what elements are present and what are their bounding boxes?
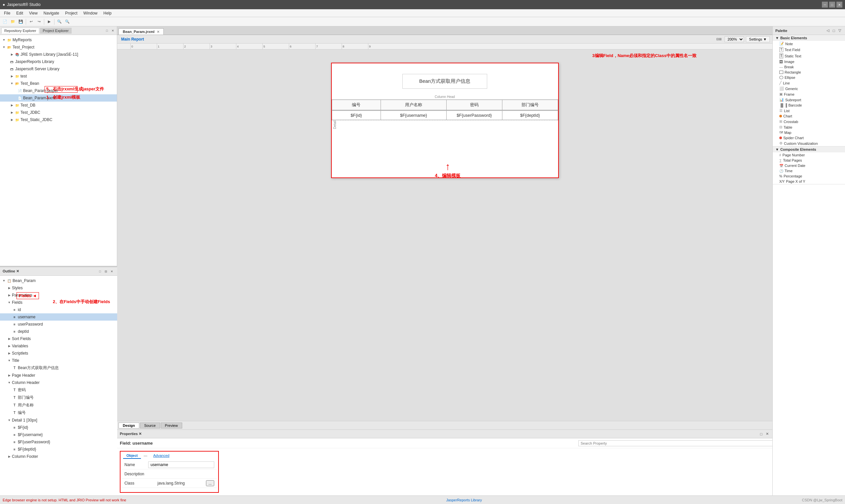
props-minimize-btn[interactable]: □ — [758, 431, 764, 437]
outline-field-userpassword[interactable]: ≡ userPassword — [0, 321, 117, 328]
props-tab-advanced[interactable]: Advanced — [150, 453, 173, 459]
zoom-select[interactable]: 200% 150% 100% — [724, 36, 744, 42]
palette-text-field[interactable]: T Text Field — [773, 47, 845, 53]
menu-file[interactable]: File — [1, 10, 13, 16]
menu-project[interactable]: Project — [63, 10, 80, 16]
palette-subreport[interactable]: 📊 Subreport — [773, 97, 845, 103]
toolbar-zoom-out[interactable]: 🔍 — [64, 18, 71, 25]
palette-break[interactable]: — Break — [773, 64, 845, 70]
outline-field-id[interactable]: ≡ id — [0, 306, 117, 313]
tree-test-static-jdbc[interactable]: ▶ 📁 Test_Static_JDBC — [0, 116, 117, 123]
tree-bean-param-jrxml[interactable]: 📄 Bean_Param.jrxml — [0, 94, 117, 102]
outline-fields[interactable]: ▼ Fields — [0, 299, 117, 306]
tab-repository-explorer[interactable]: Repository Explorer — [1, 28, 39, 34]
palette-table[interactable]: ⊟ Table — [773, 124, 845, 130]
palette-spider-chart[interactable]: Spider Chart — [773, 135, 845, 141]
toggle-jre[interactable]: ▶ — [9, 52, 15, 57]
menu-view[interactable]: View — [27, 10, 40, 16]
tree-jre[interactable]: ▶ 📚 JRE System Library [JavaSE-11] — [0, 51, 117, 58]
toolbar-zoom-in[interactable]: 🔍 — [56, 18, 63, 25]
toggle-test[interactable]: ▶ — [9, 74, 15, 79]
outline-detail-password[interactable]: ≡ $F{userPassword} — [0, 438, 117, 446]
palette-page-number[interactable]: # Page Number — [773, 152, 845, 158]
outline-parameters[interactable]: ▶ Parameters — [0, 292, 117, 299]
toolbar-open[interactable]: 📁 — [9, 18, 17, 25]
outline-column-footer[interactable]: ▶ Column Footer — [0, 453, 117, 460]
design-tab-source[interactable]: Source — [140, 422, 160, 429]
minimize-button[interactable]: ─ — [822, 2, 828, 7]
tree-test[interactable]: ▶ 📁 test — [0, 73, 117, 80]
outline-title[interactable]: ▼ Title — [0, 357, 117, 364]
palette-layout-btn[interactable]: □ — [831, 28, 837, 33]
outline-minimize-btn[interactable]: □ — [98, 269, 103, 274]
props-close-btn[interactable]: ✕ — [764, 431, 770, 437]
close-button[interactable]: ✕ — [837, 2, 842, 7]
outline-detail-username[interactable]: ≡ $F{username} — [0, 431, 117, 438]
outline-variables[interactable]: ▶ Variables — [0, 342, 117, 349]
toolbar-run[interactable]: ▶ — [46, 18, 53, 25]
palette-static-text[interactable]: T Static Text — [773, 53, 845, 59]
outline-field-username[interactable]: ≡ username — [0, 313, 117, 321]
palette-current-date[interactable]: 📅 Current Date — [773, 163, 845, 168]
palette-page-x-of-y[interactable]: X/Y Page X of Y — [773, 179, 845, 184]
class-browse-btn[interactable]: ... — [206, 480, 214, 486]
editor-tab-close-btn[interactable]: ✕ — [157, 30, 159, 34]
tree-test-db[interactable]: ▶ 📁 Test_DB — [0, 102, 117, 109]
panel-minimize-btn[interactable]: □ — [104, 28, 110, 33]
tree-myreports[interactable]: ▼ 📁 MyReports — [0, 36, 117, 43]
outline-layout-btn[interactable]: ⊟ — [103, 269, 109, 274]
menu-edit[interactable]: Edit — [14, 10, 26, 16]
outline-page-header[interactable]: ▶ Page Header — [0, 372, 117, 379]
zoom-controls-btn[interactable]: ⊟⊞ — [715, 36, 723, 43]
palette-time[interactable]: 🕐 Time — [773, 168, 845, 174]
settings-button[interactable]: Settings ▼ — [746, 36, 770, 42]
palette-rectangle[interactable]: Rectangle — [773, 70, 845, 75]
palette-ellipse[interactable]: Ellipse — [773, 75, 845, 80]
palette-crosstab[interactable]: ⊞ Crosstab — [773, 119, 845, 124]
palette-image[interactable]: 🖼 Image — [773, 59, 845, 64]
menu-navigate[interactable]: Navigate — [41, 10, 62, 16]
tree-bean-param-jasper[interactable]: 📄 Bean_Param.jasper — [0, 87, 117, 94]
outline-field-deptid[interactable]: ≡ deptId — [0, 328, 117, 335]
toggle-test-bean[interactable]: ▼ — [9, 81, 15, 86]
toggle-test-db[interactable]: ▶ — [9, 103, 15, 108]
palette-barcode[interactable]: ▐▌▐ Barcode — [773, 103, 845, 108]
maximize-button[interactable]: □ — [829, 2, 835, 7]
outline-styles[interactable]: ▶ Styles — [0, 284, 117, 292]
prop-value-name[interactable]: username — [148, 462, 214, 468]
breadcrumb-main-report[interactable]: Main Report — [121, 37, 144, 41]
tab-project-explorer[interactable]: Project Explorer — [40, 28, 72, 34]
palette-custom-viz[interactable]: ⚙ Custom Visualization — [773, 141, 845, 146]
canvas-area[interactable]: Bean方式获取用户信息 Column Head 编号 用户名称 密码 部门编号 — [117, 50, 772, 421]
toolbar-undo[interactable]: ↩ — [28, 18, 35, 25]
report-title-box[interactable]: Bean方式获取用户信息 — [402, 74, 487, 89]
tree-test-bean[interactable]: ▼ 📂 Test_Bean — [0, 80, 117, 87]
palette-note[interactable]: 📝 Note — [773, 41, 845, 47]
outline-scriptlets[interactable]: ▶ Scriptlets — [0, 349, 117, 357]
toggle-test-jdbc[interactable]: ▶ — [9, 110, 15, 115]
outline-title-content[interactable]: T Bean方式获取用户信息 — [0, 364, 117, 372]
panel-close-btn[interactable]: ✕ — [110, 28, 116, 33]
design-tab-preview[interactable]: Preview — [161, 422, 182, 429]
tree-jasperreports[interactable]: 🗃 JasperReports Library — [0, 58, 117, 65]
tree-jaspersoft-server[interactable]: 🗃 Jaspersoft Server Library — [0, 65, 117, 73]
outline-column-header[interactable]: ▼ Column Header — [0, 379, 117, 386]
toolbar-redo[interactable]: ↪ — [35, 18, 42, 25]
palette-scroll-btn[interactable]: ▽ — [837, 28, 842, 33]
toggle-myreports[interactable]: ▼ — [1, 37, 6, 42]
tree-test-project[interactable]: ▼ 📂 Test_Project — [0, 43, 117, 51]
palette-minimize-btn[interactable]: ◁ — [825, 28, 830, 33]
palette-section-header-composite[interactable]: ▼ Composite Elements — [773, 146, 845, 152]
menu-window[interactable]: Window — [81, 10, 100, 16]
palette-chart[interactable]: Chart — [773, 113, 845, 119]
toggle-test-project[interactable]: ▼ — [1, 44, 6, 50]
palette-list[interactable]: ☰ List — [773, 108, 845, 113]
palette-generic[interactable]: ⬜ Generic — [773, 86, 845, 91]
toolbar-new[interactable]: 📄 — [1, 18, 8, 25]
props-search-input[interactable] — [578, 440, 772, 446]
toggle-test-static-jdbc[interactable]: ▶ — [9, 117, 15, 122]
title-bar-controls[interactable]: ─ □ ✕ — [822, 2, 842, 7]
editor-tab-bean-param[interactable]: Bean_Param.jrxml ✕ — [119, 29, 164, 35]
palette-line[interactable]: ╱ Line — [773, 80, 845, 86]
palette-percentage[interactable]: % Percentage — [773, 174, 845, 179]
